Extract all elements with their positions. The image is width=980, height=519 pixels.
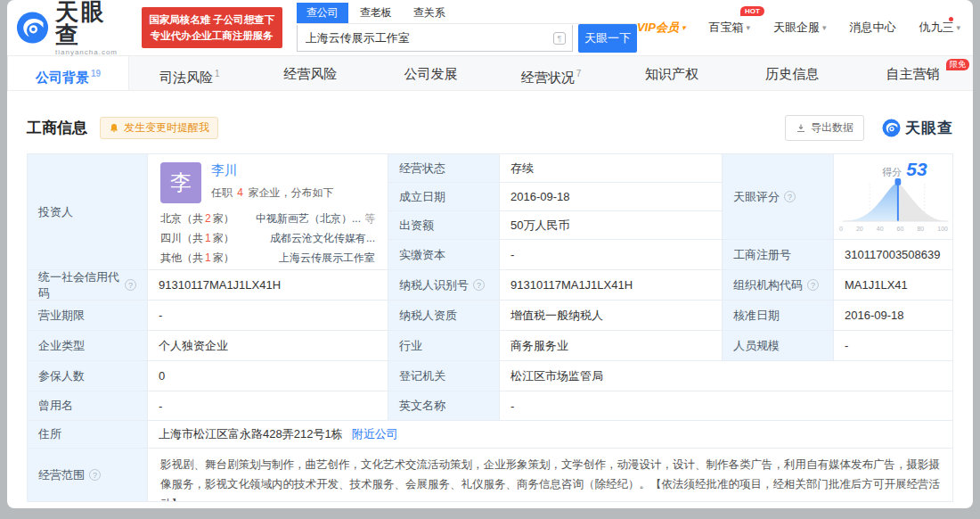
chevron-down-icon: ▾ [682, 23, 686, 32]
field-value-address: 上海市松江区富永路428弄212号1栋 附近公司 [148, 421, 953, 449]
score-distribution-chart [839, 178, 951, 223]
field-value-established: 2016-09-18 [500, 183, 723, 211]
header-nav: VIP会员 ▾ 百宝箱 ▾ HOT 天眼企服 ▾ 消息中心 仇九三 ▾ [637, 20, 960, 36]
nav-username[interactable]: 仇九三 ▾ [919, 20, 960, 36]
tianyancha-logo[interactable]: 天眼查 tianyancha.com [16, 0, 131, 56]
tab-company-background[interactable]: 公司背景19 [7, 56, 129, 90]
field-label-authority: 登记机关 [388, 361, 500, 391]
avatar[interactable]: 李 [160, 162, 201, 203]
info-icon[interactable]: ? [473, 279, 485, 291]
field-value-reg-no: 310117003508639 [834, 240, 953, 270]
tianyancha-page: 天眼查 tianyancha.com 国家局核名难 子公司想查下 专业代办企业工… [7, 0, 973, 508]
ad-banner[interactable]: 国家局核名难 子公司想查下 专业代办企业工商注册服务 [142, 7, 282, 49]
tianyancha-brand-icon [882, 119, 901, 137]
field-label-tax-quality: 纳税人资质 [388, 301, 500, 331]
field-value-approved: 2016-09-18 [834, 301, 953, 331]
nearby-companies-link[interactable]: 附近公司 [352, 426, 398, 442]
tab-self-marketing[interactable]: 自主营销 限免 [853, 56, 973, 90]
ad-banner-line1: 国家局核名难 子公司想查下 [147, 12, 277, 28]
change-alert-badge[interactable]: 发生变更时提醒我 [100, 117, 218, 139]
investor-name-link[interactable]: 李川 [211, 162, 333, 179]
investor-region-row: 北京（共2家） 中视新画艺（北京）...等 [160, 209, 375, 228]
field-label-capital: 出资额 [388, 211, 500, 240]
business-info-table: 投资人 李 李川 任职 4 家企业，分布如下 北京（共2家） 中视新画艺（北京）… [27, 153, 953, 502]
brand-watermark: 天眼查 [882, 118, 953, 138]
tab-operating-status[interactable]: 经营状况7 [491, 56, 611, 90]
tab-judicial-risk[interactable]: 司法风险1 [129, 56, 249, 90]
tianyancha-logo-icon [16, 11, 49, 45]
section-title: 工商信息 [27, 118, 87, 138]
field-label-reg-no: 工商注册号 [723, 240, 834, 270]
field-value-term: - [148, 301, 388, 331]
field-value-former-name: - [148, 391, 388, 421]
field-value-authority: 松江区市场监管局 [500, 361, 953, 391]
field-label-address: 住所 [28, 421, 148, 449]
search-tab-boss[interactable]: 查老板 [350, 3, 402, 23]
field-label-business-scope: 经营范围? [28, 449, 148, 502]
field-label-uscc: 统一社会信用代码? [28, 270, 148, 301]
field-value-paid-in: - [500, 240, 723, 270]
field-label-tyc-score: 天眼评分 ? [723, 154, 834, 240]
score-axis-ticks: 020406080100 [839, 226, 948, 232]
field-label-paid-in: 实缴资本 [388, 240, 500, 270]
related-company-link[interactable]: 中视新画艺（北京）...等 [256, 209, 375, 228]
search-tab-relation[interactable]: 查关系 [404, 3, 455, 23]
field-value-tax-quality: 增值税一般纳税人 [500, 301, 723, 331]
info-icon[interactable]: ? [807, 279, 819, 291]
tab-operating-risk[interactable]: 经营风险 [250, 56, 371, 90]
tyc-score-chart-cell: 得分53 020406080100 [834, 154, 953, 240]
search-tabs: 查公司 查老板 查关系 [297, 3, 637, 24]
field-value-tax-id: 91310117MA1J1LX41H [500, 270, 723, 301]
investor-region-row: 其他（共1家） 上海云传展示工作室 [160, 248, 375, 268]
info-icon[interactable]: ? [125, 279, 136, 291]
search-input[interactable] [297, 25, 573, 52]
free-badge: 限免 [946, 59, 969, 70]
logo-subtitle: tianyancha.com [55, 49, 131, 56]
logo-title: 天眼查 [55, 0, 131, 46]
info-icon[interactable]: ? [784, 191, 796, 202]
ad-banner-line2: 专业代办企业工商注册服务 [147, 28, 277, 44]
brand-text: 天眼查 [905, 118, 953, 138]
tab-history-info[interactable]: 历史信息 [732, 56, 853, 90]
tab-count: 1 [215, 69, 220, 78]
field-label-status: 经营状态 [388, 154, 500, 183]
field-label-investor: 投资人 [28, 154, 148, 270]
bell-icon [109, 123, 119, 134]
search-tab-company[interactable]: 查公司 [297, 3, 348, 23]
field-value-staff-size: - [834, 331, 953, 361]
field-value-business-scope: 影视剧、舞台剧策划与制作，曲艺创作，文化艺术交流活动策划，企业形象策划，文学创作… [148, 449, 953, 502]
tab-company-development[interactable]: 公司发展 [371, 56, 491, 90]
job-count: 4 [235, 186, 245, 199]
field-value-capital: 50万人民币 [500, 211, 723, 240]
related-company-link[interactable]: 上海云传展示工作室 [279, 248, 375, 268]
tab-intellectual-property[interactable]: 知识产权 [611, 56, 731, 90]
info-icon[interactable]: ? [89, 469, 101, 481]
search-area: 查公司 查老板 查关系 ¶ 天眼一下 [297, 3, 637, 53]
field-label-established: 成立日期 [388, 183, 500, 211]
notification-dot [949, 17, 953, 21]
field-label-english-name: 英文名称 [388, 391, 500, 421]
company-tabbar: 公司背景19 司法风险1 经营风险 公司发展 经营状况7 知识产权 历史信息 自… [7, 55, 973, 91]
site-header: 天眼查 tianyancha.com 国家局核名难 子公司想查下 专业代办企业工… [7, 0, 973, 55]
nav-vip[interactable]: VIP会员 ▾ [637, 20, 686, 36]
advanced-search-icon[interactable]: ¶ [553, 32, 566, 45]
field-value-org-code: MA1J1LX41 [834, 270, 953, 301]
field-label-staff-size: 人员规模 [723, 331, 834, 361]
score-word: 得分 [882, 167, 902, 177]
nav-messages[interactable]: 消息中心 [849, 20, 895, 36]
field-value-industry: 商务服务业 [500, 331, 723, 361]
field-value-english-name: - [500, 391, 953, 421]
field-label-former-name: 曾用名 [28, 391, 148, 421]
nav-toolbox[interactable]: 百宝箱 ▾ HOT [708, 20, 750, 36]
tab-count: 19 [91, 69, 101, 78]
field-label-tax-id: 纳税人识别号? [388, 270, 500, 301]
investor-region-row: 四川（共1家） 成都云沧文化传媒有... [160, 228, 375, 248]
field-value-status: 存续 [500, 154, 723, 183]
hot-badge: HOT [740, 6, 764, 16]
search-button[interactable]: 天眼一下 [578, 24, 637, 53]
nav-enterprise[interactable]: 天眼企服 ▾ [773, 20, 827, 36]
field-label-approved: 核准日期 [723, 301, 834, 331]
related-company-link[interactable]: 成都云沧文化传媒有... [270, 228, 375, 248]
export-data-button[interactable]: 导出数据 [785, 115, 864, 141]
section-header: 工商信息 发生变更时提醒我 导出数据 天眼查 [27, 115, 953, 141]
